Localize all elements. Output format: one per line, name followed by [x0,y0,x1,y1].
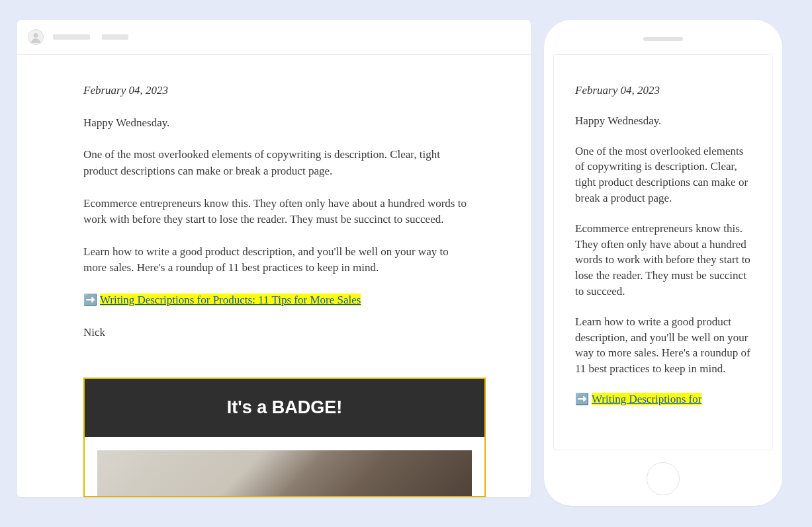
desktop-preview: February 04, 2023 Happy Wednesday. One o… [17,20,531,497]
avatar-icon [28,29,44,45]
mobile-preview: February 04, 2023 Happy Wednesday. One o… [544,20,782,506]
phone-screen: February 04, 2023 Happy Wednesday. One o… [553,54,773,450]
email-signoff: Nick [83,325,467,341]
badge-box: It's a BADGE! [83,378,486,497]
email-body-mobile: February 04, 2023 Happy Wednesday. One o… [554,55,772,450]
email-body: February 04, 2023 Happy Wednesday. One o… [17,55,531,497]
email-greeting: Happy Wednesday. [575,113,754,129]
email-paragraph: Ecommerce entrepreneurs know this. They … [83,196,467,228]
email-date: February 04, 2023 [575,83,754,99]
email-link-line: ➡️ Writing Descriptions for Products: 11… [83,292,467,309]
email-paragraph: Learn how to write a good product descri… [575,314,754,377]
skeleton-line [53,34,90,40]
email-paragraph: Ecommerce entrepreneurs know this. They … [575,221,754,300]
article-link[interactable]: Writing Descriptions for Products: 11 Ti… [100,294,361,306]
arrow-right-icon: ➡️ [575,393,589,405]
email-date: February 04, 2023 [83,83,467,99]
email-greeting: Happy Wednesday. [83,115,467,132]
preview-header [17,20,531,55]
email-paragraph: One of the most overlooked elements of c… [83,147,467,179]
email-paragraph: Learn how to write a good product descri… [83,244,467,276]
email-paragraph: One of the most overlooked elements of c… [575,143,754,206]
skeleton-line [102,34,128,40]
badge-image [97,450,472,496]
arrow-right-icon: ➡️ [83,294,97,306]
phone-speaker-icon [643,37,683,41]
email-link-line: ➡️ Writing Descriptions for [575,391,754,407]
badge-title: It's a BADGE! [85,379,484,436]
home-button[interactable] [647,462,680,495]
article-link[interactable]: Writing Descriptions for [592,393,701,405]
